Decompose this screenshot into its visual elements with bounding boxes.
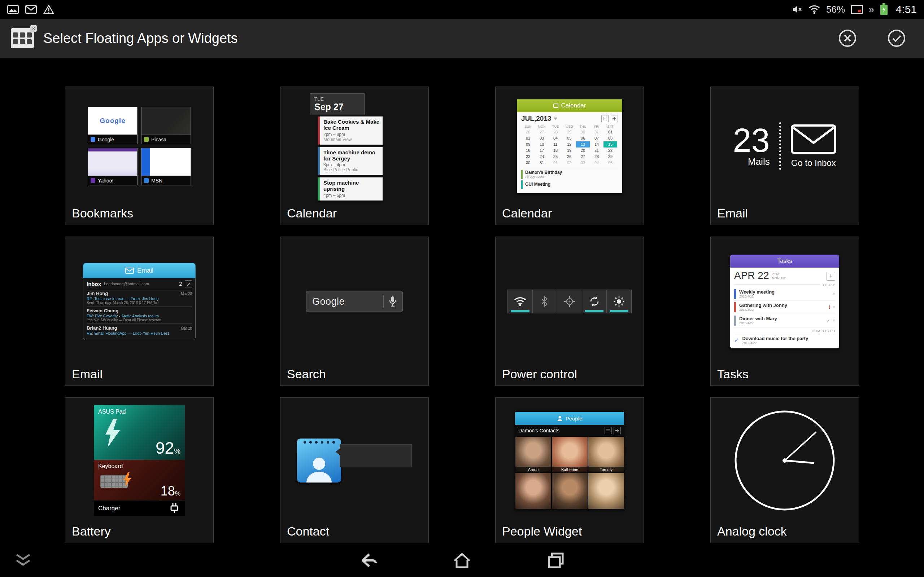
email-sender: Feiwen Cheng [87, 308, 118, 313]
widget-cell-calendar-month[interactable]: Calendar JUL,2013 S [495, 87, 644, 225]
widget-cell-email-preview[interactable]: Email Inbox Leedaxung@hotmail.com 2 [65, 237, 214, 386]
widget-cell-calendar-agenda[interactable]: TUE Sep 27 Bake Cookies & Make Ice Cream… [280, 87, 429, 225]
widget-cell-email-counter[interactable]: 23 Mails Go to Inbox Email [710, 87, 859, 225]
bookmark-page [88, 148, 137, 176]
group-name: Damon's Contacts [518, 428, 559, 434]
agenda-weekday: TUE [314, 96, 360, 102]
widget-cell-contact[interactable]: Contact [280, 397, 429, 543]
account-address: Leedaxung@hotmail.com [104, 282, 149, 286]
weekday-label: FRI [590, 125, 604, 128]
calendar-month-row: JUL,2013 [521, 115, 618, 122]
widget-cell-power-control[interactable]: Power control [495, 237, 644, 386]
nav-center-buttons [357, 550, 567, 571]
widget-cell-bookmarks[interactable]: Google Google Picasa Yahoo! [65, 87, 214, 225]
gallery-icon [7, 5, 19, 14]
floating-apps-icon: × [11, 28, 34, 48]
overflow-chevrons: » [869, 4, 874, 15]
tasks-date: APR 22 [734, 271, 769, 280]
bookmark-caption: MSN [142, 176, 191, 185]
tasks-weekday: MONDAY [772, 276, 786, 280]
screen: 56% » 4:51 × Select Floating Apps or Wid… [0, 0, 924, 577]
day-cell: 02 [562, 160, 576, 166]
event-color-bar [521, 180, 523, 189]
widget-cell-tasks[interactable]: Tasks APR 22 2013 MONDAY + TODA [710, 237, 859, 386]
email-date: Mar 28 [181, 326, 192, 330]
site-name: MSN [151, 178, 162, 184]
day-cell: 27 [535, 129, 549, 135]
month-label: JUL,2013 [521, 115, 551, 122]
search-preview: Google [284, 241, 425, 362]
email-list-item: Brian2 Huang Mar 28 RE: Email FloatingAp… [87, 324, 192, 337]
day-grid: 2627282930310102030405060708091011121314… [521, 129, 617, 166]
contact-group-bar: Damon's Contacts [515, 425, 624, 436]
contact-photo: Aaron [515, 437, 551, 472]
home-button[interactable] [451, 550, 473, 571]
contact-photo [588, 473, 624, 509]
charger-bar: Charger [94, 500, 185, 516]
task-title: Gathering with Jonny [739, 303, 829, 308]
cancel-button[interactable] [837, 28, 858, 48]
dotted-divider [779, 122, 781, 170]
completed-label: COMPLETED [734, 327, 835, 334]
people-app-title: People [565, 416, 583, 422]
day-cell: 20 [576, 148, 590, 154]
google-logo-text: Google [312, 296, 345, 307]
task-date: 2013/4/22 [739, 295, 830, 298]
widget-label-battery: Battery [72, 524, 111, 538]
pad-battery-section: ASUS Pad 92% [94, 405, 185, 460]
weekday-label: THU [576, 125, 590, 128]
email-counter-widget: 23 Mails Go to Inbox [733, 122, 836, 170]
month-view-icon [601, 115, 609, 122]
envelope-icon [790, 124, 837, 154]
back-button[interactable] [357, 550, 379, 571]
task-dismiss-icon: × [833, 305, 835, 310]
bookmarks-preview: Google Google Picasa Yahoo! [69, 91, 210, 201]
day-cell: 03 [576, 160, 590, 166]
widget-label-calendar-month: Calendar [502, 206, 552, 220]
double-chevron-down-icon [13, 553, 33, 567]
task-item: Dinner with Mary 2013/4/22 ✓ × [734, 314, 835, 327]
task-flag-icon: ! [829, 305, 830, 310]
event-title: GUI Meeting [525, 182, 551, 187]
widget-cell-battery[interactable]: ASUS Pad 92% Keyboard 18% Charger [65, 397, 214, 543]
analog-clock-preview [714, 402, 855, 519]
hide-navbar-button[interactable] [13, 553, 33, 568]
people-title-bar: People [515, 412, 624, 425]
calendar-title-bar: Calendar [517, 99, 622, 112]
widget-label-contact: Contact [287, 524, 329, 538]
task-list: Weekly meeting 2013/4/22 × [734, 287, 835, 327]
calendar-agenda-preview: TUE Sep 27 Bake Cookies & Make Ice Cream… [284, 91, 425, 201]
weekday-label: SAT [604, 125, 617, 128]
minute-hand [785, 432, 816, 461]
calendar-body: JUL,2013 SUNMONTUEWEDTHUFRISAT [517, 112, 622, 193]
bookmark-thumbnail: Google Google [88, 107, 137, 144]
day-cell: 10 [535, 141, 549, 148]
chevron-down-icon [554, 118, 557, 120]
brightness-icon [613, 296, 625, 307]
recents-button[interactable] [545, 550, 567, 571]
day-cell: 04 [549, 135, 562, 141]
email-body: Inbox Leedaxung@hotmail.com 2 Jim Hong [83, 278, 195, 340]
site-favicon [144, 137, 149, 142]
email-subheader: Inbox Leedaxung@hotmail.com 2 [87, 280, 192, 289]
compose-icon [185, 280, 192, 287]
confirm-button[interactable] [887, 28, 907, 48]
task-date: 2013/4/22 [742, 341, 835, 345]
widget-label-bookmarks: Bookmarks [72, 206, 133, 220]
calendar-app-title: Calendar [561, 102, 586, 109]
weekday-label: SUN [521, 125, 535, 128]
event-subtitle: All day event [525, 175, 562, 179]
unread-badge: 2 [179, 281, 182, 287]
event-location: Mountain View [323, 137, 380, 142]
calendar-event: Damon's Birthday All day event [521, 169, 618, 180]
task-dismiss-icon: × [833, 292, 835, 297]
today-label: TODAY [822, 283, 835, 287]
widget-cell-search[interactable]: Google Search [280, 237, 429, 386]
widget-cell-analog-clock[interactable]: Analog clock [710, 397, 859, 543]
email-subject: RE: Email FloatingApp — Loop Yen-Hsun Be… [87, 331, 192, 335]
widget-cell-people[interactable]: People Damon's Contacts Aaron [495, 397, 644, 543]
contact-name: Tommy [588, 467, 624, 472]
device-name: Keyboard [98, 463, 181, 469]
agenda-event-card: Time machine demo for Sergey 3pm – 4pm B… [318, 147, 383, 175]
list-view-icon [604, 427, 612, 434]
